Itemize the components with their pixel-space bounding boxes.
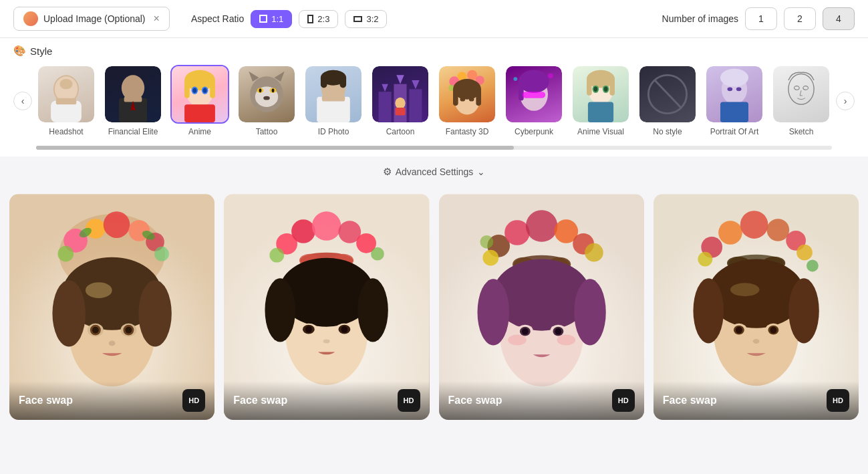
svg-point-110 [125,326,132,333]
style-item-animevisual[interactable]: Anime Visual [571,65,631,138]
face-swap-bar-1: Face swap HD [9,381,214,420]
style-name-tattoo: Tattoo [256,127,278,138]
image-card-3: Face swap HD [439,194,644,420]
num-images-section: Number of images 1 2 4 [662,7,855,30]
hd-badge-2[interactable]: HD [398,389,420,412]
svg-point-156 [508,334,527,345]
hd-badge-3[interactable]: HD [612,389,635,412]
ratio-2-3-icon [307,15,313,23]
style-item-financial[interactable]: Financial Elite [103,65,163,138]
num-1-button[interactable]: 1 [745,7,777,30]
ratio-1-1-button[interactable]: 1:1 [251,10,292,28]
svg-rect-48 [453,88,458,106]
svg-rect-29 [321,75,327,88]
svg-point-160 [718,221,742,245]
svg-point-142 [480,235,493,249]
svg-point-76 [794,86,800,90]
svg-point-102 [52,280,86,346]
svg-point-25 [272,88,275,92]
style-header: 🎨 Style [13,45,855,57]
svg-rect-11 [184,79,190,98]
svg-rect-67 [588,102,613,122]
hd-icon-2: HD [404,396,414,404]
svg-point-16 [203,88,207,93]
ratio-2-3-button[interactable]: 2:3 [299,10,338,28]
svg-point-114 [291,219,315,243]
ratio-1-1-icon [259,15,267,23]
ratio-3-2-icon [353,16,362,22]
svg-rect-49 [476,88,481,106]
svg-point-141 [585,243,603,261]
hd-badge-4[interactable]: HD [827,389,849,412]
svg-point-174 [730,283,760,296]
face-swap-bar-4: Face swap HD [654,381,859,420]
face-swap-label-3[interactable]: Face swap [448,394,502,406]
face-swap-label-4[interactable]: Face swap [663,394,717,406]
carousel-next-button[interactable]: › [836,92,855,110]
svg-point-133 [323,339,330,343]
svg-point-73 [736,88,742,92]
style-item-cartoon[interactable]: Cartoon [370,65,430,138]
ratio-3-2-button[interactable]: 3:2 [345,10,387,28]
svg-point-157 [557,334,575,345]
svg-point-137 [525,210,557,242]
style-item-tattoo[interactable]: Tattoo [237,65,297,138]
avatar-icon [23,11,38,26]
style-item-fantasy[interactable]: Fantasty 3D [437,65,497,138]
carousel-prev-button[interactable]: ‹ [13,92,32,110]
advanced-settings-toggle[interactable]: ⚙ Advanced Settings ⌄ [0,156,868,187]
style-item-portrait[interactable]: Portrait Of Art [704,65,764,138]
svg-rect-56 [506,66,562,98]
close-icon[interactable]: × [154,13,160,25]
face-swap-label-1[interactable]: Face swap [19,394,73,406]
svg-point-50 [460,98,466,102]
hd-icon-1: HD [188,396,199,404]
svg-point-177 [736,326,742,333]
style-item-anime[interactable]: Anime [170,65,230,138]
svg-point-111 [109,340,116,346]
upload-button[interactable]: Upload Image (Optional) × [13,7,170,31]
svg-point-51 [469,98,474,102]
svg-point-165 [797,244,813,260]
num-images-label: Number of images [662,13,738,24]
svg-point-104 [86,282,112,298]
svg-point-103 [138,280,172,346]
style-item-headshot[interactable]: Headshot [36,65,96,138]
svg-point-26 [263,96,270,100]
image-grid: Face swap HD [0,187,868,429]
aspect-ratio-label: Aspect Ratio [191,13,244,24]
svg-point-148 [477,279,509,345]
style-name-financial: Financial Elite [108,127,158,138]
style-emoji: 🎨 [13,45,26,57]
svg-point-77 [803,86,809,90]
style-name-portrait: Portrait Of Art [710,127,759,138]
hd-badge-1[interactable]: HD [182,389,205,412]
style-item-nostyle[interactable]: No style [637,65,698,138]
svg-point-152 [521,328,528,334]
svg-rect-40 [395,108,405,115]
num-2-button[interactable]: 2 [784,7,816,30]
style-name-nostyle: No style [653,127,682,138]
upload-label: Upload Image (Optional) [43,13,146,24]
svg-point-71 [720,69,748,87]
svg-rect-61 [587,78,592,96]
num-4-button[interactable]: 4 [823,7,855,30]
face-swap-bar-2: Face swap HD [224,381,429,420]
style-item-cyberpunk[interactable]: Cyberpunk [504,65,564,138]
style-item-idphoto[interactable]: ID Photo [303,65,364,138]
svg-point-166 [807,259,819,271]
svg-rect-17 [184,104,215,122]
svg-point-118 [270,247,285,262]
svg-marker-38 [412,80,419,89]
svg-point-173 [788,278,819,343]
svg-rect-35 [409,89,422,122]
style-name-idphoto: ID Photo [318,127,349,138]
style-carousel-wrapper: ‹ Headshot [13,62,855,140]
style-item-sketch[interactable]: Sketch [771,65,831,138]
style-name-cyberpunk: Cyberpunk [515,127,553,138]
top-bar: Upload Image (Optional) × Aspect Ratio 1… [0,0,868,38]
svg-rect-74 [720,102,748,122]
svg-point-15 [193,88,197,93]
style-name-anime: Anime [188,127,211,138]
face-swap-label-2[interactable]: Face swap [233,394,287,406]
